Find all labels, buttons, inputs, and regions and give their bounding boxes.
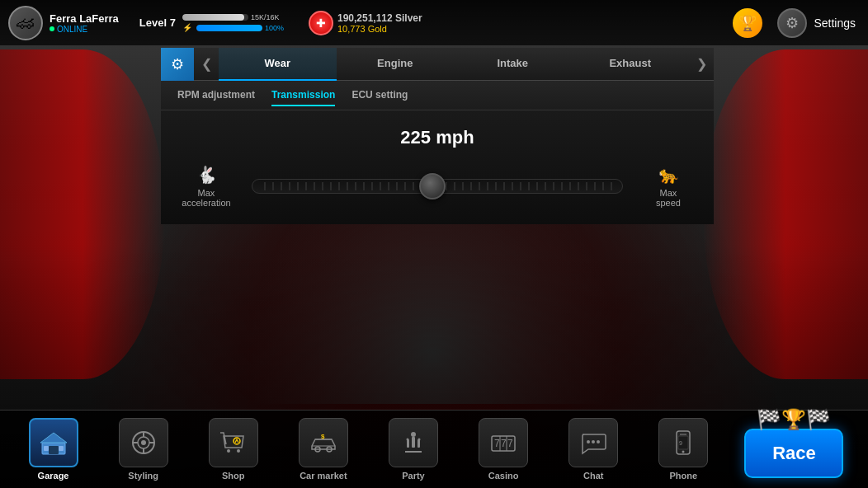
- player-section: 🏎 Ferra LaFerra ONLINE: [0, 2, 127, 45]
- svg-point-31: [592, 440, 595, 443]
- phone-icon: 9: [658, 418, 708, 467]
- trophy-icon[interactable]: 🏆: [733, 8, 762, 38]
- svg-point-23: [417, 439, 420, 441]
- nav-chat[interactable]: Chat: [564, 418, 622, 481]
- settings-section[interactable]: 🏆 ⚙ Settings: [733, 8, 868, 38]
- tab-engine[interactable]: Engine: [337, 48, 455, 81]
- car-market-icon: $: [299, 418, 348, 467]
- svg-rect-19: [407, 439, 409, 448]
- speed-display: 225 mph: [177, 127, 697, 148]
- svg-point-18: [411, 432, 416, 437]
- player-info: Ferra LaFerra ONLINE: [50, 12, 119, 34]
- styling-icon: [119, 418, 168, 467]
- tab-bar: ⚙ ❮ Wear Engine Intake Exhaust ❯: [161, 48, 714, 81]
- sub-tab-ecu[interactable]: ECU setting: [351, 85, 408, 106]
- nav-garage[interactable]: Garage: [25, 418, 83, 481]
- race-button-container: 🏁🏆🏁 Race: [744, 420, 843, 478]
- slider-track[interactable]: [252, 179, 623, 194]
- settings-label[interactable]: Settings: [814, 16, 856, 30]
- tab-arrow-right[interactable]: ❯: [689, 48, 714, 81]
- online-status: ONLINE: [50, 25, 119, 34]
- casino-label: Casino: [488, 471, 519, 481]
- party-label: Party: [402, 471, 425, 481]
- tabs: Wear Engine Intake Exhaust: [219, 48, 689, 81]
- svg-rect-21: [417, 439, 420, 448]
- svg-point-13: [237, 449, 240, 453]
- silver-value: 190,251,112 Silver: [337, 12, 422, 24]
- car-market-label: Car market: [300, 471, 347, 481]
- svg-rect-2: [49, 446, 59, 454]
- tuning-gear-icon[interactable]: ⚙: [161, 48, 194, 81]
- bottom-nav: Garage Styling: [0, 410, 868, 488]
- tab-intake[interactable]: Intake: [454, 48, 572, 81]
- shop-icon: [209, 418, 258, 467]
- cheetah-icon: 🐆: [658, 165, 679, 185]
- tab-arrow-left[interactable]: ❮: [194, 48, 219, 81]
- chat-label: Chat: [583, 471, 603, 481]
- gold-value: 10,773 Gold: [337, 24, 422, 34]
- sub-tab-transmission[interactable]: Transmission: [271, 85, 335, 106]
- level-bars: 15K/16K ⚡ 100%: [182, 13, 284, 32]
- player-name: Ferra LaFerra: [50, 12, 119, 25]
- tab-wear[interactable]: Wear: [219, 48, 337, 81]
- acceleration-label: 🐇 Maxacceleration: [177, 165, 235, 208]
- nav-car-market[interactable]: $ Car market: [295, 418, 352, 481]
- header: 🏎 Ferra LaFerra ONLINE Level 7 15K/16K ⚡: [0, 0, 868, 45]
- speed-label: 🐆 Maxspeed: [639, 165, 697, 208]
- svg-marker-1: [40, 433, 67, 443]
- casino-icon: 7 7 7: [479, 418, 528, 467]
- slider-section: 🐇 Maxacceleration 🐆 Maxspeed: [177, 165, 697, 208]
- svg-point-32: [597, 440, 600, 443]
- svg-rect-4: [59, 446, 64, 451]
- nav-phone[interactable]: 9 Phone: [654, 418, 712, 481]
- svg-text:7: 7: [501, 438, 507, 449]
- tuning-panel: ⚙ ❮ Wear Engine Intake Exhaust ❯ RPM adj…: [161, 48, 714, 224]
- garage-icon: [29, 418, 78, 467]
- svg-point-12: [227, 449, 230, 453]
- online-dot: [50, 26, 54, 31]
- party-icon: [389, 418, 438, 467]
- svg-text:7: 7: [507, 438, 513, 449]
- currency-section: ✚ 190,251,112 Silver 10,773 Gold: [296, 11, 435, 35]
- nav-styling[interactable]: Styling: [115, 418, 172, 481]
- xp-values: 15K/16K: [251, 13, 280, 21]
- energy-bar: [196, 25, 262, 31]
- svg-rect-3: [44, 446, 49, 451]
- slider-container[interactable]: [252, 179, 623, 194]
- slider-thumb[interactable]: [419, 173, 446, 199]
- styling-label: Styling: [128, 471, 158, 481]
- tab-exhaust[interactable]: Exhaust: [572, 48, 690, 81]
- nav-shop[interactable]: Shop: [205, 418, 262, 481]
- currency-values: 190,251,112 Silver 10,773 Gold: [337, 12, 422, 34]
- svg-point-30: [587, 440, 590, 443]
- svg-rect-20: [412, 437, 415, 448]
- race-button[interactable]: Race: [744, 429, 843, 478]
- shop-label: Shop: [222, 471, 245, 481]
- garage-label: Garage: [38, 471, 69, 481]
- svg-point-36: [682, 451, 685, 453]
- xp-bar-fill: [182, 14, 244, 21]
- race-flags: 🏁🏆🏁: [757, 408, 831, 431]
- rabbit-icon: 🐇: [196, 165, 217, 185]
- health-icon: ✚: [309, 11, 333, 35]
- sub-tab-rpm[interactable]: RPM adjustment: [177, 85, 255, 106]
- xp-bar: [182, 14, 248, 21]
- nav-casino[interactable]: 7 7 7 Casino: [474, 418, 532, 481]
- phone-label: Phone: [670, 471, 698, 481]
- transmission-content: 225 mph 🐇 Maxacceleration 🐆 Maxspeed: [161, 110, 714, 224]
- energy-bar-fill: [196, 25, 262, 31]
- svg-text:9: 9: [679, 440, 682, 446]
- svg-point-22: [406, 439, 408, 441]
- avatar: 🏎: [8, 6, 43, 40]
- energy-icon: ⚡: [182, 23, 192, 32]
- svg-text:7: 7: [494, 438, 500, 449]
- energy-label: 100%: [265, 24, 284, 32]
- level-section: Level 7 15K/16K ⚡ 100%: [127, 13, 296, 32]
- sub-tab-bar: RPM adjustment Transmission ECU setting: [161, 81, 714, 110]
- nav-party[interactable]: Party: [384, 418, 442, 481]
- level-label: Level 7: [139, 16, 176, 29]
- svg-point-11: [141, 440, 146, 445]
- settings-gear-icon[interactable]: ⚙: [777, 8, 807, 38]
- svg-text:$: $: [321, 433, 325, 440]
- chat-icon: [568, 418, 618, 467]
